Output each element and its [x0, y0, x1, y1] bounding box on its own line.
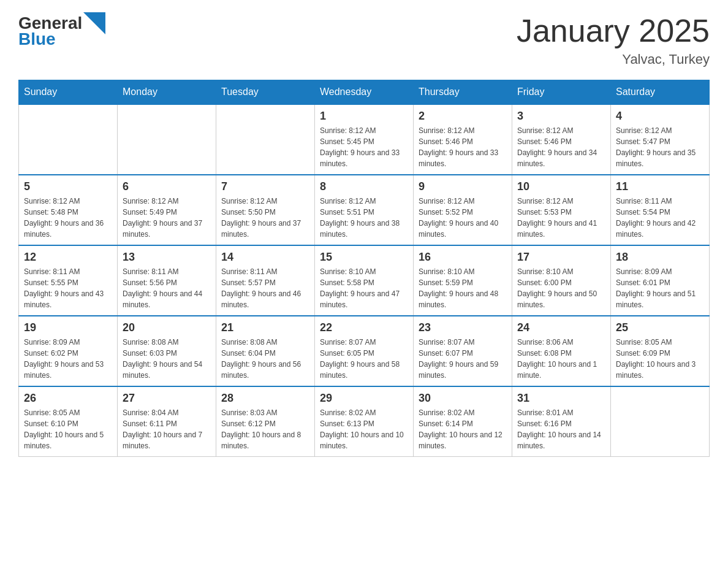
- day-info: Sunrise: 8:09 AMSunset: 6:02 PMDaylight:…: [24, 337, 112, 381]
- calendar-cell: 13Sunrise: 8:11 AMSunset: 5:56 PMDayligh…: [118, 245, 216, 316]
- day-info: Sunrise: 8:02 AMSunset: 6:14 PMDaylight:…: [419, 407, 507, 451]
- day-number: 27: [123, 392, 211, 405]
- day-number: 1: [320, 110, 408, 123]
- day-info: Sunrise: 8:07 AMSunset: 6:07 PMDaylight:…: [419, 337, 507, 381]
- day-info: Sunrise: 8:08 AMSunset: 6:04 PMDaylight:…: [221, 337, 309, 381]
- calendar-cell: 22Sunrise: 8:07 AMSunset: 6:05 PMDayligh…: [315, 316, 414, 386]
- calendar-cell: 21Sunrise: 8:08 AMSunset: 6:04 PMDayligh…: [216, 316, 315, 386]
- day-info: Sunrise: 8:01 AMSunset: 6:16 PMDaylight:…: [517, 407, 605, 451]
- calendar-table: SundayMondayTuesdayWednesdayThursdayFrid…: [18, 80, 710, 457]
- day-header-saturday: Saturday: [611, 80, 710, 105]
- day-info: Sunrise: 8:11 AMSunset: 5:55 PMDaylight:…: [24, 266, 112, 310]
- day-number: 8: [320, 180, 408, 193]
- day-header-friday: Friday: [512, 80, 611, 105]
- day-info: Sunrise: 8:02 AMSunset: 6:13 PMDaylight:…: [320, 407, 408, 451]
- calendar-cell: 14Sunrise: 8:11 AMSunset: 5:57 PMDayligh…: [216, 245, 315, 316]
- calendar-cell: 7Sunrise: 8:12 AMSunset: 5:50 PMDaylight…: [216, 175, 315, 245]
- calendar-cell: 16Sunrise: 8:10 AMSunset: 5:59 PMDayligh…: [414, 245, 512, 316]
- day-info: Sunrise: 8:12 AMSunset: 5:45 PMDaylight:…: [320, 125, 408, 169]
- day-number: 22: [320, 321, 408, 334]
- day-number: 12: [24, 251, 112, 264]
- calendar-header-row: SundayMondayTuesdayWednesdayThursdayFrid…: [19, 80, 710, 105]
- title-section: January 2025 Yalvac, Turkey: [517, 12, 710, 67]
- calendar-cell: 18Sunrise: 8:09 AMSunset: 6:01 PMDayligh…: [611, 245, 710, 316]
- calendar-cell: 9Sunrise: 8:12 AMSunset: 5:52 PMDaylight…: [414, 175, 512, 245]
- day-number: 3: [517, 110, 605, 123]
- day-number: 18: [616, 251, 704, 264]
- calendar-cell: [216, 104, 315, 175]
- calendar-cell: 12Sunrise: 8:11 AMSunset: 5:55 PMDayligh…: [19, 245, 118, 316]
- svg-marker-0: [83, 12, 105, 34]
- day-info: Sunrise: 8:04 AMSunset: 6:11 PMDaylight:…: [123, 407, 211, 451]
- calendar-cell: 24Sunrise: 8:06 AMSunset: 6:08 PMDayligh…: [512, 316, 611, 386]
- day-info: Sunrise: 8:08 AMSunset: 6:03 PMDaylight:…: [123, 337, 211, 381]
- day-info: Sunrise: 8:12 AMSunset: 5:53 PMDaylight:…: [517, 196, 605, 240]
- day-info: Sunrise: 8:12 AMSunset: 5:47 PMDaylight:…: [616, 125, 704, 169]
- calendar-week-1: 1Sunrise: 8:12 AMSunset: 5:45 PMDaylight…: [19, 104, 710, 175]
- day-number: 20: [123, 321, 211, 334]
- calendar-cell: 31Sunrise: 8:01 AMSunset: 6:16 PMDayligh…: [512, 386, 611, 457]
- day-info: Sunrise: 8:09 AMSunset: 6:01 PMDaylight:…: [616, 266, 704, 310]
- calendar-cell: 20Sunrise: 8:08 AMSunset: 6:03 PMDayligh…: [118, 316, 216, 386]
- day-header-wednesday: Wednesday: [315, 80, 414, 105]
- day-number: 25: [616, 321, 704, 334]
- day-info: Sunrise: 8:12 AMSunset: 5:46 PMDaylight:…: [517, 125, 605, 169]
- calendar-cell: 10Sunrise: 8:12 AMSunset: 5:53 PMDayligh…: [512, 175, 611, 245]
- calendar-cell: 6Sunrise: 8:12 AMSunset: 5:49 PMDaylight…: [118, 175, 216, 245]
- day-number: 16: [419, 251, 507, 264]
- calendar-cell: 26Sunrise: 8:05 AMSunset: 6:10 PMDayligh…: [19, 386, 118, 457]
- day-info: Sunrise: 8:11 AMSunset: 5:57 PMDaylight:…: [221, 266, 309, 310]
- logo-text-blue: Blue: [18, 29, 56, 49]
- calendar-cell: [118, 104, 216, 175]
- calendar-cell: 2Sunrise: 8:12 AMSunset: 5:46 PMDaylight…: [414, 104, 512, 175]
- calendar-cell: 28Sunrise: 8:03 AMSunset: 6:12 PMDayligh…: [216, 386, 315, 457]
- day-number: 13: [123, 251, 211, 264]
- day-number: 23: [419, 321, 507, 334]
- day-number: 11: [616, 180, 704, 193]
- day-number: 5: [24, 180, 112, 193]
- day-header-monday: Monday: [118, 80, 216, 105]
- day-info: Sunrise: 8:06 AMSunset: 6:08 PMDaylight:…: [517, 337, 605, 381]
- day-info: Sunrise: 8:05 AMSunset: 6:09 PMDaylight:…: [616, 337, 704, 381]
- calendar-week-4: 19Sunrise: 8:09 AMSunset: 6:02 PMDayligh…: [19, 316, 710, 386]
- day-info: Sunrise: 8:07 AMSunset: 6:05 PMDaylight:…: [320, 337, 408, 381]
- day-info: Sunrise: 8:12 AMSunset: 5:52 PMDaylight:…: [419, 196, 507, 240]
- calendar-week-2: 5Sunrise: 8:12 AMSunset: 5:48 PMDaylight…: [19, 175, 710, 245]
- calendar-cell: 5Sunrise: 8:12 AMSunset: 5:48 PMDaylight…: [19, 175, 118, 245]
- day-info: Sunrise: 8:03 AMSunset: 6:12 PMDaylight:…: [221, 407, 309, 451]
- day-info: Sunrise: 8:05 AMSunset: 6:10 PMDaylight:…: [24, 407, 112, 451]
- calendar-cell: 4Sunrise: 8:12 AMSunset: 5:47 PMDaylight…: [611, 104, 710, 175]
- calendar-subtitle: Yalvac, Turkey: [517, 52, 710, 67]
- day-number: 15: [320, 251, 408, 264]
- day-number: 6: [123, 180, 211, 193]
- day-number: 24: [517, 321, 605, 334]
- day-header-thursday: Thursday: [414, 80, 512, 105]
- day-header-sunday: Sunday: [19, 80, 118, 105]
- calendar-cell: 25Sunrise: 8:05 AMSunset: 6:09 PMDayligh…: [611, 316, 710, 386]
- day-info: Sunrise: 8:11 AMSunset: 5:54 PMDaylight:…: [616, 196, 704, 240]
- calendar-cell: 11Sunrise: 8:11 AMSunset: 5:54 PMDayligh…: [611, 175, 710, 245]
- day-info: Sunrise: 8:12 AMSunset: 5:48 PMDaylight:…: [24, 196, 112, 240]
- day-number: 10: [517, 180, 605, 193]
- day-info: Sunrise: 8:10 AMSunset: 5:58 PMDaylight:…: [320, 266, 408, 310]
- calendar-cell: 8Sunrise: 8:12 AMSunset: 5:51 PMDaylight…: [315, 175, 414, 245]
- day-info: Sunrise: 8:12 AMSunset: 5:51 PMDaylight:…: [320, 196, 408, 240]
- day-header-tuesday: Tuesday: [216, 80, 315, 105]
- day-info: Sunrise: 8:12 AMSunset: 5:49 PMDaylight:…: [123, 196, 211, 240]
- calendar-cell: 15Sunrise: 8:10 AMSunset: 5:58 PMDayligh…: [315, 245, 414, 316]
- page-header: General Blue January 2025 Yalvac, Turkey: [18, 12, 710, 67]
- calendar-cell: 27Sunrise: 8:04 AMSunset: 6:11 PMDayligh…: [118, 386, 216, 457]
- day-number: 29: [320, 392, 408, 405]
- day-number: 4: [616, 110, 704, 123]
- day-info: Sunrise: 8:12 AMSunset: 5:50 PMDaylight:…: [221, 196, 309, 240]
- calendar-cell: 29Sunrise: 8:02 AMSunset: 6:13 PMDayligh…: [315, 386, 414, 457]
- calendar-cell: 19Sunrise: 8:09 AMSunset: 6:02 PMDayligh…: [19, 316, 118, 386]
- day-number: 19: [24, 321, 112, 334]
- day-number: 31: [517, 392, 605, 405]
- logo: General Blue: [18, 12, 107, 49]
- calendar-cell: 23Sunrise: 8:07 AMSunset: 6:07 PMDayligh…: [414, 316, 512, 386]
- day-info: Sunrise: 8:11 AMSunset: 5:56 PMDaylight:…: [123, 266, 211, 310]
- day-number: 14: [221, 251, 309, 264]
- calendar-cell: 17Sunrise: 8:10 AMSunset: 6:00 PMDayligh…: [512, 245, 611, 316]
- day-number: 17: [517, 251, 605, 264]
